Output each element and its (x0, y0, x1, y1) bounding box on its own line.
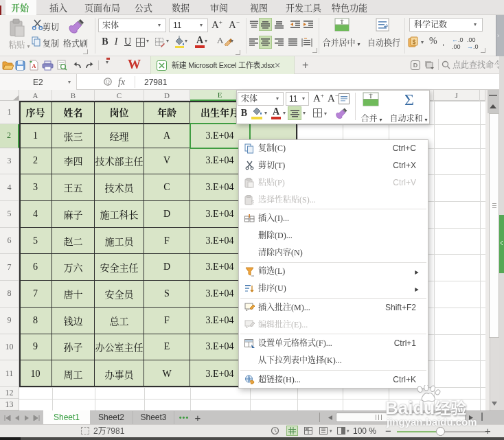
svg-text:T: T (369, 93, 373, 100)
svg-text:A: A (32, 63, 36, 69)
svg-text:Q: Q (106, 79, 110, 85)
svg-text:?: ? (251, 199, 254, 205)
svg-text:T: T (341, 19, 344, 25)
svg-text:$: $ (412, 38, 415, 45)
